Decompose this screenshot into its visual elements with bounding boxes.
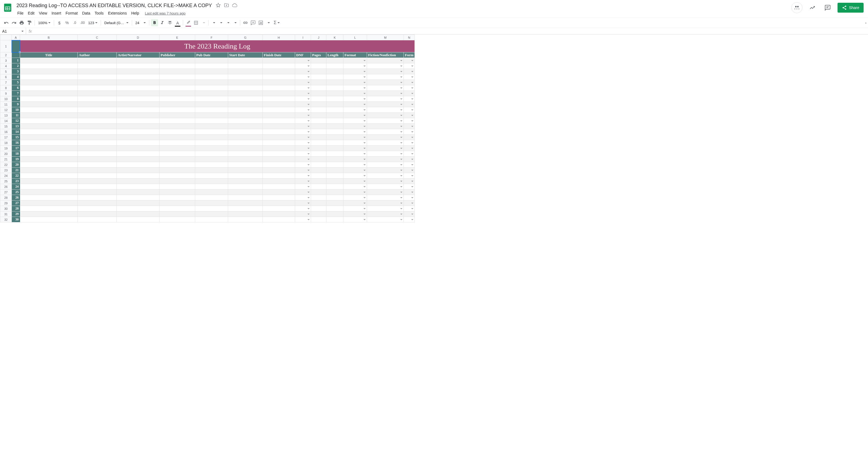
cell-B6[interactable] [20,74,78,80]
dropdown-arrow-icon[interactable] [307,98,310,100]
cell-C32[interactable] [78,217,117,222]
cell-G23[interactable] [228,168,263,173]
cell-A3[interactable]: 1 [12,58,20,63]
dropdown-arrow-icon[interactable] [400,153,402,155]
dropdown-arrow-icon[interactable] [364,186,366,187]
cell-L12[interactable] [343,107,367,113]
cell-N5[interactable] [404,69,415,74]
cell-G4[interactable] [228,63,263,69]
dropdown-arrow-icon[interactable] [364,109,366,110]
cell-H19[interactable] [263,145,295,151]
cell-G24[interactable] [228,173,263,178]
dropdown-arrow-icon[interactable] [411,88,413,89]
cell-L6[interactable] [343,74,367,80]
cell-H15[interactable] [263,124,295,129]
cell-I27[interactable] [295,190,311,195]
cell-M16[interactable] [367,129,404,135]
dropdown-arrow-icon[interactable] [307,131,310,132]
cell-E15[interactable] [159,124,195,129]
dropdown-arrow-icon[interactable] [411,71,413,72]
dropdown-arrow-icon[interactable] [364,203,366,204]
insert-chart-button[interactable] [257,19,265,26]
cell-M23[interactable] [367,168,404,173]
cell-I17[interactable] [295,135,311,140]
cell-H25[interactable] [263,178,295,184]
cell-N9[interactable] [404,91,415,96]
cell-L9[interactable] [343,91,367,96]
cell-C23[interactable] [78,168,117,173]
cell-K27[interactable] [327,190,343,195]
menu-format[interactable]: Format [64,10,80,16]
dropdown-arrow-icon[interactable] [364,159,366,160]
cell-C30[interactable] [78,206,117,211]
cell-J8[interactable] [311,85,327,91]
dropdown-arrow-icon[interactable] [411,175,413,176]
cell-E18[interactable] [159,140,195,145]
cell-H17[interactable] [263,135,295,140]
percent-button[interactable]: % [63,19,70,26]
row-header-6[interactable]: 6 [0,74,12,80]
cell-H10[interactable] [263,96,295,102]
cell-I20[interactable] [295,151,311,157]
dropdown-arrow-icon[interactable] [307,60,310,61]
cell-N31[interactable] [404,211,415,217]
dropdown-arrow-icon[interactable] [307,82,310,83]
cell-H31[interactable] [263,211,295,217]
cell-G12[interactable] [228,107,263,113]
insert-comment-button[interactable] [250,19,257,26]
cell-D25[interactable] [117,178,159,184]
cell-E28[interactable] [159,195,195,200]
cell-C8[interactable] [78,85,117,91]
cell-E4[interactable] [159,63,195,69]
cell-I12[interactable] [295,107,311,113]
decrease-decimal-button[interactable]: .0 [71,19,78,26]
dropdown-arrow-icon[interactable] [400,76,402,77]
cell-A20[interactable]: 18 [12,151,20,157]
cell-D28[interactable] [117,195,159,200]
dropdown-arrow-icon[interactable] [411,170,413,171]
cell-F28[interactable] [195,195,228,200]
vertical-align-button[interactable] [217,22,224,24]
cell-L17[interactable] [343,135,367,140]
cell-B22[interactable] [20,162,78,168]
cell-H12[interactable] [263,107,295,113]
cell-D15[interactable] [117,124,159,129]
dropdown-arrow-icon[interactable] [400,159,402,160]
fill-color-button[interactable] [185,19,192,26]
dropdown-arrow-icon[interactable] [307,208,310,209]
cell-C11[interactable] [78,102,117,107]
cell-E5[interactable] [159,69,195,74]
cell-E27[interactable] [159,190,195,195]
menu-extensions[interactable]: Extensions [106,10,128,16]
cell-D30[interactable] [117,206,159,211]
cell-A21[interactable]: 19 [12,157,20,162]
cell-E24[interactable] [159,173,195,178]
cell-D14[interactable] [117,118,159,124]
dropdown-arrow-icon[interactable] [400,93,402,94]
cell-L25[interactable] [343,178,367,184]
row-header-16[interactable]: 16 [0,129,12,135]
cell-A9[interactable]: 7 [12,91,20,96]
cell-K29[interactable] [327,200,343,206]
dropdown-arrow-icon[interactable] [400,170,402,171]
cell-I3[interactable] [295,58,311,63]
row-header-19[interactable]: 19 [0,145,12,151]
dropdown-arrow-icon[interactable] [411,197,413,198]
cell-K7[interactable] [327,80,343,85]
dropdown-arrow-icon[interactable] [364,82,366,83]
cell-L19[interactable] [343,145,367,151]
filter-button[interactable] [265,22,272,24]
dropdown-arrow-icon[interactable] [411,109,413,110]
cell-B18[interactable] [20,140,78,145]
dropdown-arrow-icon[interactable] [400,148,402,149]
col-header-L[interactable]: L [343,35,367,40]
spreadsheet-grid[interactable]: ABCDEFGHIJKLMN1The 2023 Reading Log2Titl… [0,35,415,222]
cell-J3[interactable] [311,58,327,63]
cell-D6[interactable] [117,74,159,80]
cell-B4[interactable] [20,63,78,69]
cell-J18[interactable] [311,140,327,145]
dropdown-arrow-icon[interactable] [307,137,310,138]
cell-J30[interactable] [311,206,327,211]
cell-C7[interactable] [78,80,117,85]
header-cell-F[interactable]: Pub Date [195,53,228,58]
